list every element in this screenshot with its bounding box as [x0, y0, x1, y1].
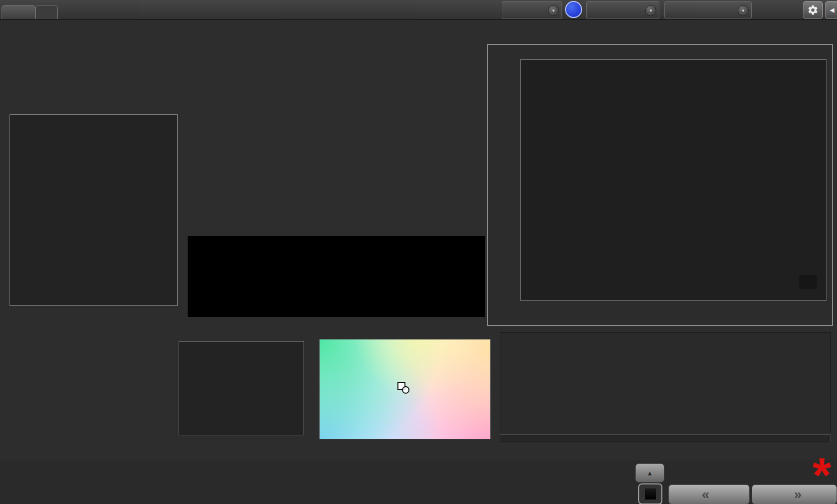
window-square-icon	[645, 488, 656, 499]
cie1976-panel	[487, 44, 833, 326]
gear-icon	[807, 5, 818, 16]
bottom-bar: ▲ « »	[0, 460, 837, 504]
measurement-count-badge[interactable]	[565, 1, 582, 18]
chevron-left-icon: ◀	[829, 7, 834, 14]
new-tab-button[interactable]	[36, 5, 58, 19]
collapse-panel-button[interactable]: ◀	[825, 1, 837, 19]
double-left-chevron-icon: «	[702, 487, 709, 502]
chevron-down-icon: ▼	[738, 5, 749, 16]
display-control-dropdown[interactable]: ▼	[664, 1, 752, 19]
cie1931-reading-marker	[397, 382, 405, 390]
gamut-coverage-readout	[799, 275, 817, 289]
cie1976-diagram	[520, 59, 826, 301]
source-status-stripe	[588, 3, 590, 18]
control-status-stripe	[666, 3, 668, 18]
rgb-balance-chart	[179, 341, 304, 435]
chevron-down-icon: ▼	[645, 5, 656, 16]
pattern-window-up-button[interactable]: ▲	[635, 463, 664, 482]
measurement-table	[500, 332, 830, 433]
swatch-compare-panel	[188, 236, 485, 317]
meter-dropdown[interactable]: ▼	[502, 1, 562, 19]
up-arrow-icon: ▲	[647, 469, 653, 477]
deltae2000-chart	[10, 114, 178, 306]
tab-history-1[interactable]	[2, 5, 36, 19]
gamut-triangle	[521, 60, 826, 300]
chevron-down-icon: ▼	[548, 5, 559, 16]
top-bar: ▼ ▼ ▼ ◀	[0, 0, 837, 20]
table-horizontal-scrollbar[interactable]	[500, 434, 830, 443]
pattern-source-dropdown[interactable]: ▼	[586, 1, 659, 19]
meter-status-stripe	[503, 3, 506, 18]
app-root: ▼ ▼ ▼ ◀	[0, 0, 837, 504]
back-button[interactable]: «	[668, 484, 750, 504]
settings-button[interactable]	[803, 1, 823, 19]
pattern-window-button[interactable]	[638, 483, 662, 504]
session-modified-asterisk-icon: *	[807, 445, 837, 480]
double-right-chevron-icon: »	[794, 487, 801, 502]
cie1931-diagram	[319, 339, 491, 439]
